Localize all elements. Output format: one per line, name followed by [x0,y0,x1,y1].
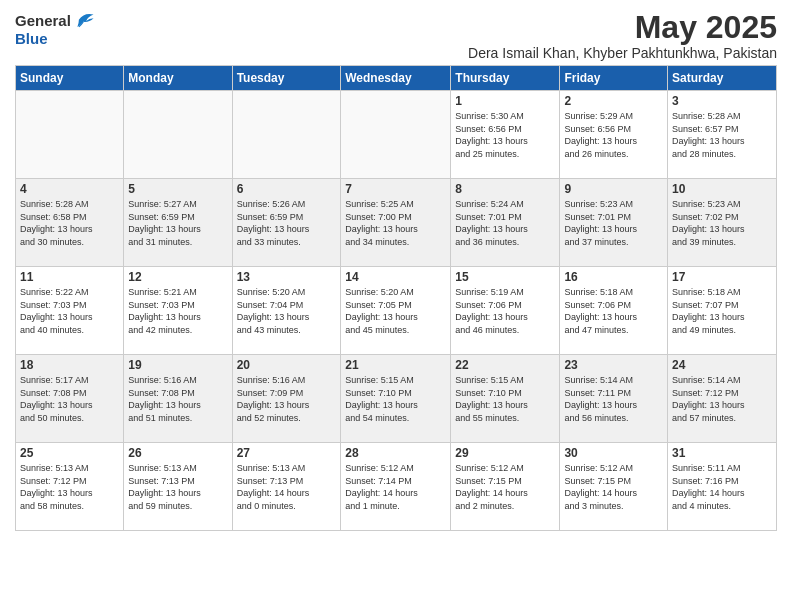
day-number: 13 [237,270,337,284]
calendar-header-row: Sunday Monday Tuesday Wednesday Thursday… [16,66,777,91]
day-info: Sunrise: 5:26 AMSunset: 6:59 PMDaylight:… [237,198,337,248]
calendar-week-row: 11Sunrise: 5:22 AMSunset: 7:03 PMDayligh… [16,267,777,355]
day-number: 25 [20,446,119,460]
table-row: 22Sunrise: 5:15 AMSunset: 7:10 PMDayligh… [451,355,560,443]
table-row: 15Sunrise: 5:19 AMSunset: 7:06 PMDayligh… [451,267,560,355]
table-row: 29Sunrise: 5:12 AMSunset: 7:15 PMDayligh… [451,443,560,531]
day-number: 24 [672,358,772,372]
day-number: 17 [672,270,772,284]
table-row: 23Sunrise: 5:14 AMSunset: 7:11 PMDayligh… [560,355,668,443]
table-row: 11Sunrise: 5:22 AMSunset: 7:03 PMDayligh… [16,267,124,355]
table-row: 19Sunrise: 5:16 AMSunset: 7:08 PMDayligh… [124,355,232,443]
day-number: 5 [128,182,227,196]
location-title: Dera Ismail Khan, Khyber Pakhtunkhwa, Pa… [468,45,777,61]
day-number: 4 [20,182,119,196]
table-row: 3Sunrise: 5:28 AMSunset: 6:57 PMDaylight… [668,91,777,179]
day-info: Sunrise: 5:20 AMSunset: 7:05 PMDaylight:… [345,286,446,336]
day-info: Sunrise: 5:17 AMSunset: 7:08 PMDaylight:… [20,374,119,424]
table-row: 18Sunrise: 5:17 AMSunset: 7:08 PMDayligh… [16,355,124,443]
day-number: 26 [128,446,227,460]
table-row: 9Sunrise: 5:23 AMSunset: 7:01 PMDaylight… [560,179,668,267]
col-wednesday: Wednesday [341,66,451,91]
col-monday: Monday [124,66,232,91]
day-number: 23 [564,358,663,372]
table-row: 27Sunrise: 5:13 AMSunset: 7:13 PMDayligh… [232,443,341,531]
header: General Blue May 2025 Dera Ismail Khan, … [15,10,777,61]
day-number: 29 [455,446,555,460]
day-info: Sunrise: 5:30 AMSunset: 6:56 PMDaylight:… [455,110,555,160]
col-thursday: Thursday [451,66,560,91]
day-info: Sunrise: 5:15 AMSunset: 7:10 PMDaylight:… [455,374,555,424]
day-number: 1 [455,94,555,108]
table-row: 1Sunrise: 5:30 AMSunset: 6:56 PMDaylight… [451,91,560,179]
day-number: 7 [345,182,446,196]
calendar-week-row: 1Sunrise: 5:30 AMSunset: 6:56 PMDaylight… [16,91,777,179]
table-row: 31Sunrise: 5:11 AMSunset: 7:16 PMDayligh… [668,443,777,531]
day-info: Sunrise: 5:15 AMSunset: 7:10 PMDaylight:… [345,374,446,424]
day-info: Sunrise: 5:25 AMSunset: 7:00 PMDaylight:… [345,198,446,248]
day-info: Sunrise: 5:12 AMSunset: 7:14 PMDaylight:… [345,462,446,512]
calendar-table: Sunday Monday Tuesday Wednesday Thursday… [15,65,777,531]
table-row: 6Sunrise: 5:26 AMSunset: 6:59 PMDaylight… [232,179,341,267]
col-tuesday: Tuesday [232,66,341,91]
day-info: Sunrise: 5:20 AMSunset: 7:04 PMDaylight:… [237,286,337,336]
table-row: 28Sunrise: 5:12 AMSunset: 7:14 PMDayligh… [341,443,451,531]
day-info: Sunrise: 5:13 AMSunset: 7:12 PMDaylight:… [20,462,119,512]
day-info: Sunrise: 5:12 AMSunset: 7:15 PMDaylight:… [455,462,555,512]
table-row: 21Sunrise: 5:15 AMSunset: 7:10 PMDayligh… [341,355,451,443]
day-number: 27 [237,446,337,460]
day-info: Sunrise: 5:18 AMSunset: 7:06 PMDaylight:… [564,286,663,336]
day-info: Sunrise: 5:23 AMSunset: 7:01 PMDaylight:… [564,198,663,248]
table-row: 17Sunrise: 5:18 AMSunset: 7:07 PMDayligh… [668,267,777,355]
title-section: May 2025 Dera Ismail Khan, Khyber Pakhtu… [468,10,777,61]
day-number: 21 [345,358,446,372]
day-number: 20 [237,358,337,372]
day-info: Sunrise: 5:18 AMSunset: 7:07 PMDaylight:… [672,286,772,336]
day-info: Sunrise: 5:19 AMSunset: 7:06 PMDaylight:… [455,286,555,336]
logo-bird-icon [73,10,95,30]
day-number: 14 [345,270,446,284]
day-number: 8 [455,182,555,196]
col-sunday: Sunday [16,66,124,91]
day-info: Sunrise: 5:21 AMSunset: 7:03 PMDaylight:… [128,286,227,336]
day-number: 11 [20,270,119,284]
calendar-week-row: 18Sunrise: 5:17 AMSunset: 7:08 PMDayligh… [16,355,777,443]
day-number: 12 [128,270,227,284]
table-row: 25Sunrise: 5:13 AMSunset: 7:12 PMDayligh… [16,443,124,531]
day-info: Sunrise: 5:11 AMSunset: 7:16 PMDaylight:… [672,462,772,512]
logo-blue: Blue [15,30,48,47]
col-friday: Friday [560,66,668,91]
day-info: Sunrise: 5:24 AMSunset: 7:01 PMDaylight:… [455,198,555,248]
table-row: 4Sunrise: 5:28 AMSunset: 6:58 PMDaylight… [16,179,124,267]
day-info: Sunrise: 5:13 AMSunset: 7:13 PMDaylight:… [237,462,337,512]
day-number: 2 [564,94,663,108]
table-row: 7Sunrise: 5:25 AMSunset: 7:00 PMDaylight… [341,179,451,267]
table-row [341,91,451,179]
day-info: Sunrise: 5:14 AMSunset: 7:11 PMDaylight:… [564,374,663,424]
day-number: 31 [672,446,772,460]
table-row [232,91,341,179]
table-row: 24Sunrise: 5:14 AMSunset: 7:12 PMDayligh… [668,355,777,443]
month-title: May 2025 [468,10,777,45]
day-info: Sunrise: 5:28 AMSunset: 6:58 PMDaylight:… [20,198,119,248]
table-row: 12Sunrise: 5:21 AMSunset: 7:03 PMDayligh… [124,267,232,355]
table-row [16,91,124,179]
table-row: 30Sunrise: 5:12 AMSunset: 7:15 PMDayligh… [560,443,668,531]
day-info: Sunrise: 5:16 AMSunset: 7:08 PMDaylight:… [128,374,227,424]
day-info: Sunrise: 5:14 AMSunset: 7:12 PMDaylight:… [672,374,772,424]
calendar-week-row: 25Sunrise: 5:13 AMSunset: 7:12 PMDayligh… [16,443,777,531]
day-info: Sunrise: 5:16 AMSunset: 7:09 PMDaylight:… [237,374,337,424]
table-row: 2Sunrise: 5:29 AMSunset: 6:56 PMDaylight… [560,91,668,179]
table-row: 10Sunrise: 5:23 AMSunset: 7:02 PMDayligh… [668,179,777,267]
day-number: 22 [455,358,555,372]
table-row: 20Sunrise: 5:16 AMSunset: 7:09 PMDayligh… [232,355,341,443]
table-row: 14Sunrise: 5:20 AMSunset: 7:05 PMDayligh… [341,267,451,355]
day-info: Sunrise: 5:27 AMSunset: 6:59 PMDaylight:… [128,198,227,248]
day-number: 6 [237,182,337,196]
logo: General Blue [15,10,95,48]
day-info: Sunrise: 5:29 AMSunset: 6:56 PMDaylight:… [564,110,663,160]
col-saturday: Saturday [668,66,777,91]
page: General Blue May 2025 Dera Ismail Khan, … [0,0,792,612]
day-number: 15 [455,270,555,284]
day-info: Sunrise: 5:13 AMSunset: 7:13 PMDaylight:… [128,462,227,512]
